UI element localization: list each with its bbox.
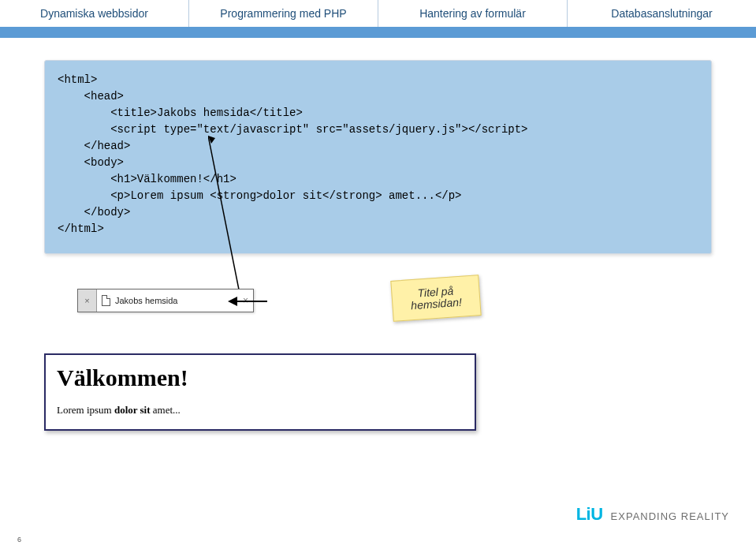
arrow-indicator-icon	[228, 292, 267, 311]
tab-underline	[0, 27, 756, 38]
code-line: <head>	[58, 90, 124, 103]
sticky-line: hemsidan!	[411, 296, 463, 312]
page-number: 6	[17, 536, 21, 544]
footer-brand: LiU EXPANDING REALITY	[576, 504, 729, 525]
header-tabs: Dynamiska webbsidor Programmering med PH…	[0, 0, 756, 27]
document-icon	[102, 295, 110, 306]
code-line: <body>	[58, 156, 124, 169]
text-pre: Lorem ipsum	[57, 404, 114, 416]
code-line: <script type="text/javascript" src="asse…	[58, 123, 528, 136]
ghost-tab: ×	[78, 290, 97, 312]
tab-label: Databasanslutningar	[611, 7, 712, 20]
tab-label: Programmering med PHP	[220, 7, 346, 20]
code-line: <h1>Välkommen!</h1>	[58, 173, 236, 185]
tab-php-programming[interactable]: Programmering med PHP	[188, 0, 378, 27]
liu-logo: LiU	[576, 504, 603, 525]
liu-tagline: EXPANDING REALITY	[611, 510, 729, 522]
code-line: </head>	[58, 140, 130, 152]
code-panel: <html> <head> <title>Jakobs hemsida</tit…	[44, 60, 712, 254]
code-line: </body>	[58, 206, 130, 219]
rendered-page-panel: Välkommen! Lorem ipsum dolor sit amet...	[44, 353, 476, 431]
tab-dynamic-webpages[interactable]: Dynamiska webbsidor	[0, 0, 188, 27]
code-line: <html>	[58, 73, 97, 86]
rendered-heading: Välkommen!	[57, 364, 464, 391]
sticky-note: Titel på hemsidan!	[390, 275, 481, 322]
tab-form-handling[interactable]: Hantering av formulär	[378, 0, 567, 27]
text-bold: dolor sit	[114, 404, 151, 416]
text-post: amet...	[151, 404, 181, 416]
code-line: <p>Lorem ipsum <strong>dolor sit</strong…	[58, 189, 461, 202]
code-line: <title>Jakobs hemsida</title>	[58, 106, 303, 119]
svg-marker-2	[228, 297, 237, 306]
tab-label: Hantering av formulär	[419, 7, 526, 20]
code-line: </html>	[58, 222, 104, 235]
tab-database-connections[interactable]: Databasanslutningar	[567, 0, 756, 27]
browser-tab-label: Jakobs hemsida	[115, 296, 178, 305]
rendered-paragraph: Lorem ipsum dolor sit amet...	[57, 404, 464, 417]
tab-label: Dynamiska webbsidor	[40, 7, 148, 20]
close-icon: ×	[84, 296, 89, 305]
